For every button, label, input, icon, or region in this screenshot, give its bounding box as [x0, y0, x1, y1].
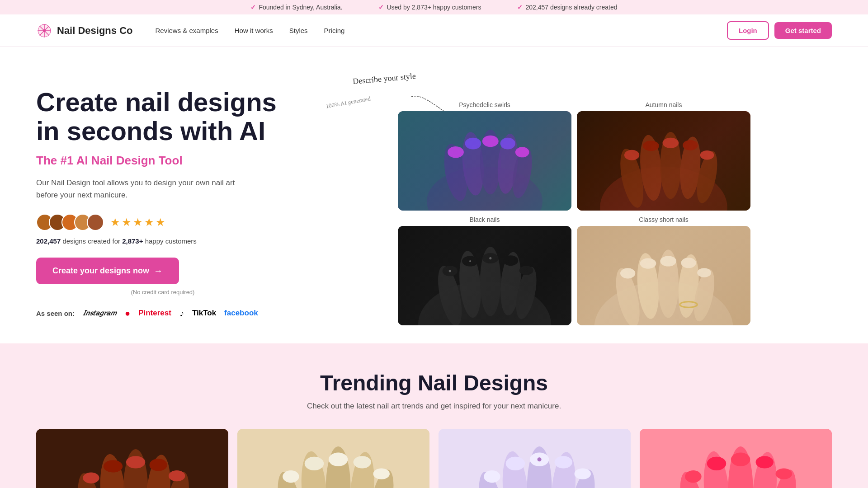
svg-point-38: [519, 266, 533, 275]
nail-image-autumn: [577, 111, 750, 211]
image-label-psychedelic: Psychedelic swirls: [459, 101, 510, 108]
trending-section: Trending Nail Designs Check out the late…: [0, 343, 868, 488]
svg-point-9: [509, 145, 535, 200]
nav-styles[interactable]: Styles: [289, 27, 308, 34]
svg-point-24: [662, 138, 679, 148]
banner-item-1: Founded in Sydney, Australia.: [250, 4, 342, 11]
svg-point-45: [635, 252, 661, 319]
hero-subtitle: The #1 AI Nail Design Tool: [36, 154, 289, 168]
svg-point-43: [594, 282, 733, 325]
svg-rect-27: [398, 226, 571, 325]
svg-point-99: [685, 470, 701, 483]
svg-point-39: [449, 270, 451, 272]
svg-point-102: [756, 456, 774, 468]
image-label-autumn: Autumn nails: [646, 101, 682, 108]
pinterest-icon: ●: [125, 308, 130, 319]
cta-container: Create your designs now →: [36, 258, 289, 289]
svg-rect-42: [577, 226, 750, 325]
svg-point-41: [469, 260, 471, 262]
nail-image-psychedelic: [398, 111, 571, 211]
image-label-classy: Classy short nails: [639, 216, 689, 223]
svg-point-49: [620, 268, 635, 278]
nail-image-classy: [577, 226, 750, 325]
trending-grid: [36, 429, 832, 488]
svg-point-90: [575, 469, 591, 479]
svg-point-7: [480, 130, 501, 194]
svg-point-23: [643, 141, 659, 151]
svg-point-29: [434, 264, 467, 325]
svg-point-35: [462, 256, 478, 266]
svg-point-62: [83, 473, 99, 483]
nav-how-it-works[interactable]: How it works: [235, 27, 273, 34]
image-cell-classy: Classy short nails: [577, 216, 750, 325]
svg-point-63: [104, 460, 123, 472]
svg-point-64: [126, 456, 146, 468]
svg-point-17: [616, 147, 647, 210]
top-banner: Founded in Sydney, Australia. Used by 2,…: [0, 0, 868, 14]
svg-point-76: [329, 453, 348, 466]
trending-card-4[interactable]: [640, 429, 832, 488]
avatar-stack: [36, 214, 104, 231]
svg-point-46: [658, 249, 679, 318]
star-3: ★: [133, 216, 143, 229]
hero-right: Describe your style 100% AI generated Ps…: [316, 74, 832, 325]
svg-point-47: [676, 253, 701, 319]
nav-reviews[interactable]: Reviews & examples: [155, 27, 218, 34]
svg-point-100: [707, 457, 726, 470]
svg-point-37: [503, 255, 518, 266]
svg-point-8: [495, 133, 520, 194]
star-4: ★: [144, 216, 154, 229]
svg-point-32: [498, 251, 524, 316]
svg-point-51: [660, 256, 676, 266]
navbar: Nail Designs Co Reviews & examples How i…: [0, 14, 868, 47]
logo-area[interactable]: Nail Designs Co: [36, 23, 132, 39]
get-started-button[interactable]: Get started: [774, 22, 832, 39]
svg-rect-15: [577, 111, 750, 211]
social-facebook: facebook: [224, 309, 258, 318]
svg-point-11: [465, 138, 481, 150]
svg-point-28: [418, 282, 551, 325]
social-instagram: 𝘐𝘯𝘴𝘵𝘢𝘨𝘳𝘢𝘮: [83, 309, 117, 318]
cta-button[interactable]: Create your designs now →: [36, 258, 179, 284]
hero-title: Create nail designs in seconds with AI: [36, 88, 289, 145]
svg-point-18: [638, 134, 665, 202]
svg-point-6: [460, 131, 486, 196]
trending-card-2[interactable]: [237, 429, 429, 488]
trending-card-1[interactable]: [36, 429, 228, 488]
svg-point-86: [484, 470, 500, 483]
svg-point-53: [697, 268, 711, 277]
nail-image-black: [398, 226, 571, 325]
image-cell-autumn: Autumn nails: [577, 101, 750, 211]
hero-description: Our Nail Design tool allows you to desig…: [36, 177, 253, 201]
svg-point-13: [500, 138, 515, 150]
logo-text: Nail Designs Co: [57, 25, 132, 37]
svg-point-74: [283, 470, 299, 483]
svg-point-34: [443, 266, 458, 276]
svg-point-103: [776, 469, 792, 479]
nav-pricing[interactable]: Pricing: [324, 27, 345, 34]
social-tiktok: TikTok: [192, 309, 216, 318]
svg-point-77: [354, 456, 371, 468]
social-pinterest: Pinterest: [138, 309, 171, 318]
star-1: ★: [110, 216, 120, 229]
svg-point-78: [373, 469, 390, 479]
avatar: [87, 214, 104, 231]
star-2: ★: [122, 216, 132, 229]
tiktok-icon: ♪: [179, 308, 184, 319]
banner-item-3: 202,457 designs already created: [517, 4, 617, 11]
trending-card-3[interactable]: [439, 429, 631, 488]
svg-point-48: [690, 267, 718, 323]
svg-point-50: [640, 258, 656, 269]
svg-point-14: [515, 147, 529, 157]
svg-point-22: [624, 150, 639, 160]
as-seen-row: As seen on: 𝘐𝘯𝘴𝘵𝘢𝘨𝘳𝘢𝘮 ● Pinterest ♪ TikT…: [36, 308, 289, 319]
svg-point-101: [731, 453, 750, 466]
describe-bubble: Describe your style: [352, 71, 416, 86]
svg-point-21: [693, 149, 721, 205]
svg-point-4: [427, 167, 542, 211]
nav-links: Reviews & examples How it works Styles P…: [155, 27, 726, 34]
svg-point-5: [440, 142, 471, 203]
login-button[interactable]: Login: [727, 21, 769, 40]
ai-generated-label: 100% AI generated: [325, 95, 371, 110]
svg-point-52: [681, 258, 696, 268]
